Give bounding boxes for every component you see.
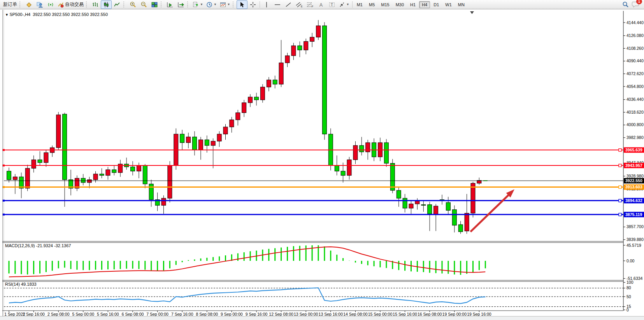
svg-text:3857.700: 3857.700 [626, 224, 644, 229]
cursor-button[interactable] [237, 0, 247, 9]
notifications-button[interactable]: 1 [632, 1, 639, 8]
toolbar-grip [123, 2, 126, 7]
text-label-icon: T [329, 2, 335, 8]
toolbar-grip [187, 2, 190, 7]
tf-button-H1[interactable]: H1 [407, 1, 418, 8]
tf-button-W1[interactable]: W1 [442, 1, 454, 8]
ohlc-bars-icon [92, 2, 98, 8]
svg-text:4054.800: 4054.800 [626, 84, 644, 89]
templates-button[interactable]: ▼ [218, 0, 232, 9]
indicators-button[interactable]: ▼ [191, 0, 205, 9]
horizontal-line-tool-button[interactable] [272, 0, 283, 9]
macd-pane: 45.57190.00-51.6334 [9, 243, 643, 281]
symbol-period-label: SP500-,H4 [9, 12, 30, 17]
tile-windows-button[interactable] [149, 0, 160, 9]
vertical-line-tool-button[interactable] [261, 0, 272, 9]
auto-trading-label: 自动交易 [65, 1, 84, 8]
trendline-tool-button[interactable] [283, 0, 294, 9]
tf-button-M30[interactable]: M30 [393, 1, 407, 8]
tf-button-M5[interactable]: M5 [366, 1, 377, 8]
timeframe-group: M1M5M15M30H1H4D1W1MN [354, 1, 468, 8]
chevron-down-icon: ▼ [346, 3, 349, 6]
radio-signal-icon [47, 2, 54, 8]
tf-button-M1[interactable]: M1 [354, 1, 365, 8]
arrows-tool-button[interactable]: ▼ [337, 0, 351, 9]
tf-button-D1[interactable]: D1 [431, 1, 442, 8]
channel-tool-button[interactable]: E [294, 0, 305, 9]
vertical-line-icon [263, 2, 270, 8]
text-icon: A [318, 2, 324, 8]
chevron-down-icon: ▼ [227, 3, 230, 6]
pane-separators[interactable] [2, 241, 623, 311]
tf-button-M15[interactable]: M15 [378, 1, 392, 8]
auto-scroll-button[interactable] [165, 0, 175, 9]
toolbar-separator [352, 1, 353, 8]
zoom-in-button[interactable] [127, 0, 138, 9]
crosshair-button[interactable] [247, 0, 258, 9]
level-lines-layer[interactable]: 3965.6393943.9573913.6033894.6323875.119 [3, 147, 644, 217]
search-icon[interactable] [622, 1, 629, 8]
candlestick-chart-type-button[interactable] [101, 0, 112, 9]
svg-text:45.5719: 45.5719 [626, 243, 641, 248]
svg-text:4018.620: 4018.620 [626, 110, 644, 114]
svg-text:3982.980: 3982.980 [626, 135, 644, 140]
chart-symbol-header[interactable]: ▼ SP500-,H4 3922.550 3922.550 3922.550 3… [5, 12, 108, 17]
tf-button-MN[interactable]: MN [455, 1, 467, 8]
cursor-arrow-icon [239, 2, 245, 8]
chart-shift-marker[interactable] [470, 11, 474, 14]
clock-icon [206, 2, 212, 8]
symbols-button[interactable] [23, 0, 34, 9]
chart-shift-button[interactable] [175, 0, 186, 9]
trendline-icon [285, 2, 291, 8]
profiles-button[interactable] [34, 0, 45, 9]
zoom-out-icon [140, 1, 147, 8]
svg-text:3913.603: 3913.603 [625, 185, 642, 189]
periods-button[interactable]: ▼ [205, 0, 218, 9]
svg-text:4000.800: 4000.800 [626, 122, 644, 127]
line-chart-type-button[interactable] [112, 0, 123, 9]
svg-text:F: F [312, 5, 313, 8]
chevron-down-icon: ▼ [200, 3, 203, 6]
trend-arrow[interactable] [470, 189, 514, 232]
auto-trading-icon [58, 2, 64, 8]
time-axis[interactable]: 1 Sep 20221 Sep 16:002 Sep 08:005 Sep 00… [4, 311, 491, 316]
svg-text:3839.880: 3839.880 [626, 237, 644, 242]
svg-text:E: E [301, 5, 303, 8]
chevron-down-icon: ▼ [214, 3, 217, 6]
ohlc-quote-readout: 3922.550 3922.550 3922.550 3922.550 [33, 12, 108, 17]
rsi-indicator-label: RSI(14) 49.1833 [5, 282, 37, 287]
toolbar-separator [260, 1, 260, 8]
indicator-document-icon [193, 2, 199, 8]
chart-window: 4144.4404126.0804108.2604090.4404072.620… [0, 10, 644, 316]
zoom-out-button[interactable] [138, 0, 149, 9]
tf-button-H4[interactable]: H4 [419, 1, 430, 8]
price-axis: 4144.4404126.0804108.2604090.4404072.620… [623, 11, 644, 311]
new-order-button[interactable]: 新订单 [2, 0, 19, 9]
svg-text:T: T [330, 2, 333, 7]
candles-layer [7, 20, 488, 234]
notification-badge: 1 [636, 0, 642, 4]
svg-text:3928.980: 3928.980 [626, 174, 644, 178]
svg-text:4072.620: 4072.620 [626, 71, 644, 76]
bar-chart-type-button[interactable] [90, 0, 101, 9]
symbol-dropdown-icon[interactable]: ▼ [5, 13, 9, 17]
rsi-pane: 1008050150 [4, 280, 633, 312]
svg-text:4090.440: 4090.440 [626, 58, 644, 63]
arrows-icon [339, 2, 345, 8]
svg-text:80: 80 [626, 285, 631, 290]
text-tool-button[interactable]: A [316, 0, 326, 9]
svg-text:100: 100 [626, 280, 633, 285]
person-chart-icon [37, 2, 43, 8]
chart-frame [3, 10, 4, 316]
svg-text:4108.260: 4108.260 [626, 46, 644, 51]
macd-indicator-label: MACD(12,26,9) -21.9324 -32.1367 [5, 243, 71, 248]
chart-canvas[interactable]: 4144.4404126.0804108.2604090.4404072.620… [0, 10, 644, 320]
text-label-tool-button[interactable]: T [326, 0, 337, 9]
crosshair-icon [250, 2, 256, 8]
fibonacci-tool-button[interactable]: F [305, 0, 316, 9]
toolbar-right: 1 [622, 1, 642, 8]
fibonacci-icon: F [307, 2, 314, 8]
svg-text:4036.440: 4036.440 [626, 97, 644, 102]
auto-trading-button[interactable]: 自动交易 [56, 0, 85, 9]
data-window-button[interactable] [45, 0, 56, 9]
